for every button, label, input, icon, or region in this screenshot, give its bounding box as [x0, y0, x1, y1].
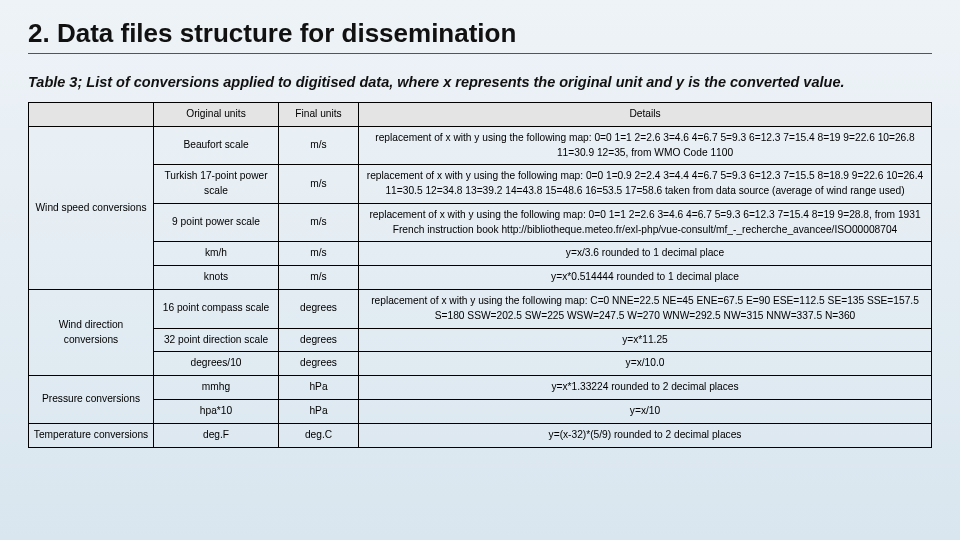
header-final: Final units [279, 103, 359, 127]
table-row: Pressure conversions mmhg hPa y=x*1.3322… [29, 376, 932, 400]
cell-orig: mmhg [154, 376, 279, 400]
cell-orig: km/h [154, 242, 279, 266]
cell-final: degrees [279, 352, 359, 376]
cell-final: degrees [279, 290, 359, 329]
cell-final: m/s [279, 165, 359, 204]
cell-details: y=x*1.33224 rounded to 2 decimal places [359, 376, 932, 400]
table-row: knots m/s y=x*0.514444 rounded to 1 deci… [29, 266, 932, 290]
table-caption: Table 3; List of conversions applied to … [28, 74, 932, 90]
cell-orig: hpa*10 [154, 399, 279, 423]
table-row: Wind direction conversions 16 point comp… [29, 290, 932, 329]
cell-orig: Turkish 17-point power scale [154, 165, 279, 204]
cell-details: y=x/10.0 [359, 352, 932, 376]
category-winddir: Wind direction conversions [29, 290, 154, 376]
table-row: 9 point power scale m/s replacement of x… [29, 203, 932, 242]
table-row: degrees/10 degrees y=x/10.0 [29, 352, 932, 376]
table-row: km/h m/s y=x/3.6 rounded to 1 decimal pl… [29, 242, 932, 266]
table-row: 32 point direction scale degrees y=x*11.… [29, 328, 932, 352]
cell-details: replacement of x with y using the follow… [359, 126, 932, 165]
table-row: hpa*10 hPa y=x/10 [29, 399, 932, 423]
cell-details: y=x/10 [359, 399, 932, 423]
cell-final: m/s [279, 126, 359, 165]
cell-details: y=(x-32)*(5/9) rounded to 2 decimal plac… [359, 423, 932, 447]
cell-final: m/s [279, 203, 359, 242]
cell-details: replacement of x with y using the follow… [359, 290, 932, 329]
cell-final: m/s [279, 266, 359, 290]
category-temperature: Temperature conversions [29, 423, 154, 447]
conversions-table: Original units Final units Details Wind … [28, 102, 932, 448]
table-row: Temperature conversions deg.F deg.C y=(x… [29, 423, 932, 447]
cell-orig: 9 point power scale [154, 203, 279, 242]
page-title: 2. Data files structure for disseminatio… [28, 18, 932, 49]
table-row: Wind speed conversions Beaufort scale m/… [29, 126, 932, 165]
cell-details: replacement of x with y using the follow… [359, 203, 932, 242]
cell-details: replacement of x with y using the follow… [359, 165, 932, 204]
category-pressure: Pressure conversions [29, 376, 154, 424]
cell-orig: 32 point direction scale [154, 328, 279, 352]
cell-details: y=x*11.25 [359, 328, 932, 352]
header-details: Details [359, 103, 932, 127]
cell-orig: degrees/10 [154, 352, 279, 376]
cell-details: y=x/3.6 rounded to 1 decimal place [359, 242, 932, 266]
category-windspeed: Wind speed conversions [29, 126, 154, 289]
cell-final: deg.C [279, 423, 359, 447]
cell-orig: deg.F [154, 423, 279, 447]
cell-orig: 16 point compass scale [154, 290, 279, 329]
cell-orig: knots [154, 266, 279, 290]
cell-details: y=x*0.514444 rounded to 1 decimal place [359, 266, 932, 290]
cell-final: hPa [279, 376, 359, 400]
table-header-row: Original units Final units Details [29, 103, 932, 127]
header-original: Original units [154, 103, 279, 127]
title-divider [28, 53, 932, 54]
table-row: Turkish 17-point power scale m/s replace… [29, 165, 932, 204]
cell-final: hPa [279, 399, 359, 423]
cell-orig: Beaufort scale [154, 126, 279, 165]
cell-final: m/s [279, 242, 359, 266]
header-blank [29, 103, 154, 127]
cell-final: degrees [279, 328, 359, 352]
